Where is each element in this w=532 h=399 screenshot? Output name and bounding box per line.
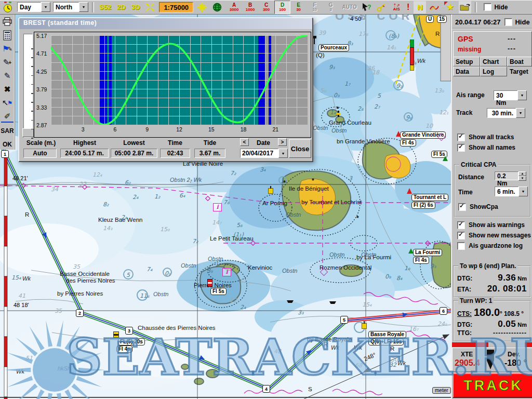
- dev-label: Dev.: [508, 351, 520, 358]
- checkbox-show-new-messages[interactable]: [457, 232, 465, 240]
- hide-panel-checkbox[interactable]: [504, 18, 512, 26]
- tide-dialog[interactable]: BREST (standard time) 5.174.714.253.793.…: [18, 17, 313, 162]
- waypoint-3[interactable]: 3: [125, 327, 133, 335]
- clock-icon[interactable]: [2, 1, 15, 14]
- tab-data[interactable]: Data: [453, 66, 480, 76]
- checkbox-show-ais-warnings[interactable]: [457, 221, 465, 229]
- chevron-down-icon[interactable]: ▼: [516, 108, 525, 118]
- palette-select[interactable]: Day ▼: [17, 2, 50, 12]
- range-a-button[interactable]: A3000: [226, 1, 242, 14]
- track-line-icon[interactable]: [429, 1, 441, 14]
- turn-waypoint-title: Turn WP: 1: [458, 297, 494, 304]
- scale-display[interactable]: 1:75000: [159, 2, 193, 12]
- ais-icon[interactable]: ⇡⇗ AIS: [390, 1, 403, 14]
- cpa-distance-value: 0.2 Nm: [495, 171, 518, 180]
- fullscreen-icon[interactable]: [144, 1, 156, 14]
- globe-icon[interactable]: [211, 1, 223, 14]
- west-buoy-icon: [113, 331, 119, 338]
- track-button[interactable]: TRACK: [453, 373, 532, 398]
- checkbox-ais-guardzone-log[interactable]: [457, 242, 465, 250]
- info-icon: i: [222, 268, 231, 276]
- chevron-down-icon[interactable]: ▼: [518, 187, 528, 196]
- time-header: Time: [160, 139, 190, 147]
- checkbox-showcpa[interactable]: [458, 203, 466, 211]
- y-axis-label: 3.79: [36, 86, 50, 92]
- tab-target[interactable]: Target: [507, 66, 532, 76]
- waypoint-5[interactable]: 5: [340, 316, 348, 324]
- orientation-select[interactable]: North ▼: [53, 2, 88, 12]
- alarm-icon[interactable]: !: [405, 3, 411, 12]
- route-key-icon[interactable]: [375, 1, 388, 14]
- checkbox-show-all-names[interactable]: [457, 144, 465, 152]
- range-f-button[interactable]: F10: [307, 1, 323, 14]
- s52-button[interactable]: S52: [98, 3, 113, 11]
- dialog-titlebar[interactable]: BREST (standard time): [19, 18, 312, 29]
- edit-point-icon[interactable]: ✎: [1, 71, 14, 81]
- light-label: Fl (2) 6s: [411, 202, 435, 209]
- pan-icon[interactable]: [196, 1, 208, 14]
- route-edit-icon[interactable]: ⚑✎: [1, 44, 14, 54]
- date-select[interactable]: 20/04/2017 ▼: [240, 149, 288, 158]
- depth-sounding: 5: [377, 92, 381, 99]
- tab-log[interactable]: Log: [480, 66, 507, 76]
- delete-icon[interactable]: ✖: [1, 84, 14, 95]
- waypoint-2[interactable]: 2: [76, 309, 84, 317]
- palette-value: Day: [17, 2, 41, 12]
- chevron-down-icon[interactable]: ▼: [79, 2, 88, 12]
- prev-day-button[interactable]: <: [240, 138, 249, 146]
- chevron-down-icon[interactable]: ▼: [278, 149, 288, 158]
- track-length-value: 30 min.: [487, 108, 516, 118]
- tab-setup[interactable]: Setup: [453, 57, 480, 66]
- spin-up-icon[interactable]: ▲: [518, 171, 526, 176]
- range-g-button[interactable]: G3: [323, 1, 339, 14]
- chevron-down-icon[interactable]: ▼: [517, 90, 527, 100]
- calculator-icon[interactable]: [1, 30, 14, 41]
- add-point-icon[interactable]: ✎+: [1, 57, 14, 68]
- depth-sounding: 6₄: [179, 192, 185, 199]
- scale-value[interactable]: Auto: [23, 149, 57, 158]
- cursor-query-icon[interactable]: ?: [360, 1, 373, 14]
- depth-sounding: 14₃: [103, 225, 112, 232]
- next-day-button[interactable]: >: [278, 138, 287, 146]
- waypoint-1[interactable]: 1: [1, 150, 9, 158]
- spin-down-icon[interactable]: ▼: [518, 176, 526, 181]
- close-button[interactable]: Close: [289, 139, 311, 158]
- depth-sounding: 5₈: [236, 222, 242, 229]
- marker-icon[interactable]: ✐: [1, 111, 14, 123]
- red-beacon-icon: [407, 188, 412, 194]
- cpa-time-select[interactable]: 6 min. ▼: [495, 187, 528, 196]
- tab-boat[interactable]: Boat: [507, 57, 532, 66]
- range-b-button[interactable]: B1000: [242, 1, 258, 14]
- range-e-button[interactable]: E30: [290, 1, 307, 14]
- map-label: bn Grande Vinotière: [337, 138, 390, 144]
- time-value: 02:43: [160, 149, 190, 158]
- cpa-distance-stepper[interactable]: 0.2 Nm ▲▼: [495, 171, 526, 181]
- depth-sounding: 3₄: [260, 166, 265, 173]
- print-icon[interactable]: [1, 17, 14, 27]
- view-3d-button[interactable]: 3D: [130, 3, 142, 11]
- range-d-button[interactable]: D100: [274, 1, 290, 14]
- range-c-button[interactable]: C300: [258, 1, 274, 14]
- depth-sounding: 1₈: [404, 265, 410, 272]
- route-monitor-button[interactable]: N: [414, 1, 426, 14]
- light-label: 15: [437, 16, 447, 23]
- checkbox-show-all-tracks[interactable]: [457, 134, 465, 141]
- track-length-select[interactable]: 30 min. ▼: [487, 108, 525, 118]
- map-label: hkSh: [58, 365, 71, 371]
- depth-sounding: 14₇: [212, 219, 221, 226]
- cursor-flag-icon[interactable]: ↖⚑: [1, 98, 14, 108]
- sar-button[interactable]: SAR: [1, 126, 14, 136]
- chevron-down-icon[interactable]: ▼: [41, 2, 50, 12]
- waypoint-6[interactable]: 6: [440, 307, 447, 315]
- range-auto-button[interactable]: AUTO: [341, 1, 357, 14]
- open-folder-icon[interactable]: [459, 1, 471, 14]
- view-2d-button[interactable]: 2D: [115, 3, 127, 11]
- ok-button[interactable]: OK: [1, 139, 14, 150]
- tab-chart[interactable]: Chart: [480, 57, 507, 66]
- depth-sounding: 9₃: [430, 263, 436, 270]
- hide-toolbar-checkbox[interactable]: [484, 3, 491, 11]
- depth-sounding: 12₁: [439, 109, 448, 116]
- ais-range-select[interactable]: 30 Nm ▼: [494, 90, 527, 100]
- favorites-star-icon[interactable]: ★: [444, 1, 456, 14]
- waypoint-4[interactable]: 4: [262, 385, 270, 393]
